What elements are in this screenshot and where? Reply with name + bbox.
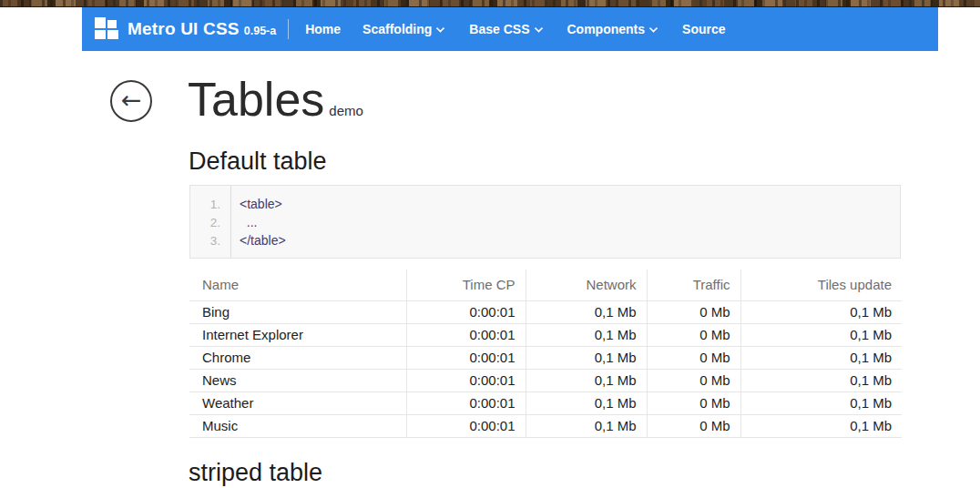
nav-item-label: Home: [305, 22, 341, 36]
code-line-text: </table>: [240, 233, 286, 248]
page-title-text: Tables: [188, 76, 324, 122]
code-line-text: ...: [240, 215, 257, 229]
cell-name: News: [189, 369, 406, 391]
column-header-time-cp: Time CP: [406, 269, 526, 300]
code-line-text: <table>: [240, 197, 282, 211]
cell-value: 0,1 Mb: [526, 414, 647, 437]
cell-value: 0,1 Mb: [740, 369, 902, 391]
nav-item-components[interactable]: Components: [556, 22, 672, 36]
table-header-row: Name Time CP Network Traffic Tiles updat…: [189, 269, 902, 300]
cell-value: 0:00:01: [406, 346, 526, 369]
navbar: Metro UI CSS 0.95-a Home Scaffolding Bas…: [82, 7, 938, 51]
nav-item-scaffolding[interactable]: Scaffolding: [352, 22, 458, 36]
chevron-down-icon: [436, 24, 445, 33]
cell-value: 0:00:01: [406, 323, 526, 346]
cell-value: 0 Mb: [647, 300, 740, 323]
cell-value: 0,1 Mb: [526, 300, 647, 323]
code-line: 2. ...: [190, 213, 900, 231]
cell-name: Internet Explorer: [189, 323, 406, 346]
column-header-network: Network: [526, 269, 647, 300]
cell-name: Chrome: [189, 346, 406, 369]
nav-item-source[interactable]: Source: [671, 22, 736, 36]
section-heading-striped-table: striped table: [189, 458, 322, 487]
cell-value: 0:00:01: [406, 300, 526, 323]
cell-value: 0 Mb: [647, 323, 740, 346]
metro-logo-icon: [95, 17, 118, 42]
cell-value: 0:00:01: [406, 414, 526, 437]
brand-name: Metro UI CSS: [128, 19, 240, 39]
nav-item-label: Base CSS: [469, 22, 529, 36]
cell-value: 0,1 Mb: [526, 346, 647, 369]
cell-value: 0 Mb: [647, 414, 740, 437]
cell-value: 0 Mb: [647, 391, 740, 414]
brand-link[interactable]: Metro UI CSS 0.95-a: [95, 17, 276, 42]
back-button[interactable]: ←: [110, 80, 152, 122]
cell-value: 0,1 Mb: [740, 391, 902, 414]
background-texture: [0, 0, 980, 7]
code-line-number: 1.: [190, 198, 226, 211]
cell-value: 0,1 Mb: [526, 391, 647, 414]
table-row: News 0:00:01 0,1 Mb 0 Mb 0,1 Mb: [189, 369, 902, 391]
cell-value: 0,1 Mb: [740, 346, 902, 369]
section-heading-default-table: Default table: [189, 147, 327, 176]
cell-value: 0,1 Mb: [740, 323, 902, 346]
code-block: 1. <table> 2. ... 3. </table>: [189, 185, 901, 259]
cell-name: Bing: [189, 300, 406, 323]
nav-item-label: Source: [682, 22, 725, 36]
table-row: Bing 0:00:01 0,1 Mb 0 Mb 0,1 Mb: [189, 300, 902, 323]
code-line-number: 3.: [190, 234, 226, 248]
column-header-traffic: Traffic: [647, 269, 740, 300]
default-table: Name Time CP Network Traffic Tiles updat…: [189, 269, 902, 438]
column-header-name: Name: [189, 269, 406, 300]
chevron-down-icon: [649, 24, 658, 33]
nav-item-label: Components: [567, 22, 646, 36]
table-row: Internet Explorer 0:00:01 0,1 Mb 0 Mb 0,…: [189, 323, 902, 346]
nav-item-label: Scaffolding: [362, 22, 432, 36]
code-line-number: 2.: [190, 216, 226, 229]
code-line: 1. <table>: [190, 195, 900, 213]
column-header-tiles-update: Tiles update: [740, 269, 902, 300]
arrow-left-icon: ←: [121, 87, 142, 112]
navbar-divider: [288, 19, 289, 39]
code-line: 3. </table>: [190, 231, 900, 249]
cell-value: 0:00:01: [406, 391, 526, 414]
cell-value: 0 Mb: [647, 346, 740, 369]
code-gutter-divider: [230, 186, 231, 258]
brand-version: 0.95-a: [244, 25, 276, 37]
chevron-down-icon: [534, 24, 543, 33]
cell-value: 0 Mb: [647, 369, 740, 391]
page-title: Tables demo: [188, 76, 363, 134]
table-row: Chrome 0:00:01 0,1 Mb 0 Mb 0,1 Mb: [189, 346, 902, 369]
brand-text: Metro UI CSS 0.95-a: [128, 19, 276, 39]
table-row: Music 0:00:01 0,1 Mb 0 Mb 0,1 Mb: [189, 414, 902, 437]
cell-value: 0,1 Mb: [740, 300, 902, 323]
page: Metro UI CSS 0.95-a Home Scaffolding Bas…: [0, 0, 980, 488]
cell-value: 0,1 Mb: [740, 414, 902, 437]
page-subtitle: demo: [329, 88, 363, 134]
cell-value: 0,1 Mb: [526, 369, 647, 391]
nav-item-home[interactable]: Home: [294, 22, 352, 36]
cell-name: Weather: [189, 391, 406, 414]
navbar-menu: Home Scaffolding Base CSS Components Sou…: [294, 22, 736, 36]
cell-name: Music: [189, 414, 406, 437]
cell-value: 0:00:01: [406, 369, 526, 391]
table-row: Weather 0:00:01 0,1 Mb 0 Mb 0,1 Mb: [189, 391, 902, 414]
cell-value: 0,1 Mb: [526, 323, 647, 346]
nav-item-base-css[interactable]: Base CSS: [458, 22, 556, 36]
